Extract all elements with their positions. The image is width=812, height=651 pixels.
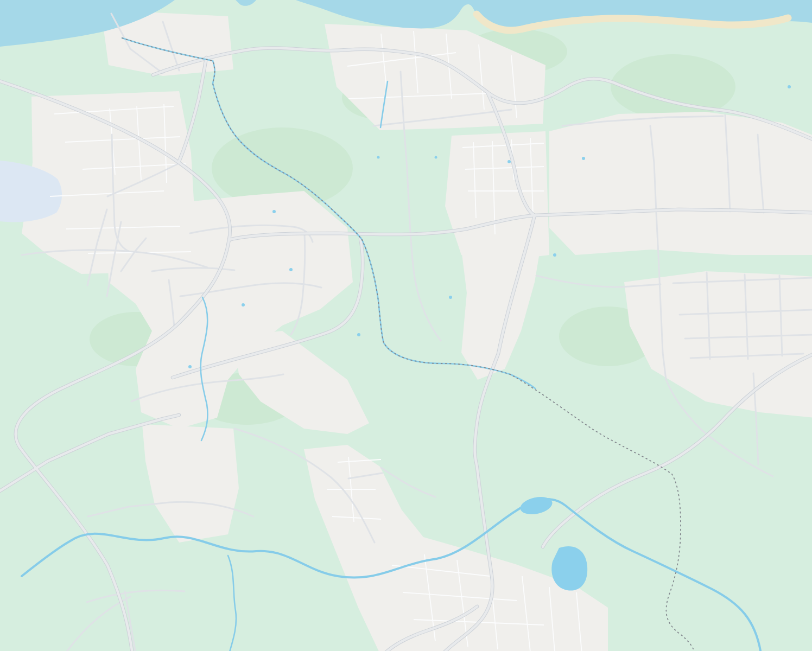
map-canvas[interactable] xyxy=(0,0,812,651)
base-map xyxy=(0,0,812,651)
